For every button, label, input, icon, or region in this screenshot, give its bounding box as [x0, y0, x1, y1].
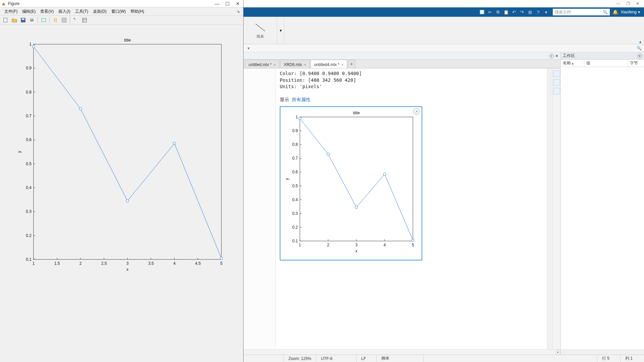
status-bar: Zoom: 125% UTF-8 LF 脚本 行 5 列 1 — [244, 355, 644, 362]
menu-window[interactable]: 窗口(W) — [109, 8, 128, 15]
main-plot: title0.10.20.30.40.50.60.70.80.9111.522.… — [13, 35, 228, 276]
chevron-down-icon[interactable]: ▾ — [555, 350, 560, 355]
col-bytes[interactable]: 字节 — [628, 60, 644, 67]
main-titlebar: — ❐ ✕ — [244, 0, 644, 7]
status-zoom[interactable]: Zoom: 125% — [284, 355, 316, 362]
chevron-down-icon[interactable]: ▾ — [246, 45, 252, 51]
workspace-scrollbar[interactable] — [561, 349, 644, 355]
cut-icon[interactable]: ✂ — [486, 8, 494, 16]
save-icon[interactable] — [478, 8, 486, 16]
paste-icon[interactable]: 📋 — [502, 8, 510, 16]
svg-point-59 — [32, 45, 35, 48]
pane-menu-icon[interactable]: ▾ — [637, 54, 642, 58]
matlab-icon — [1, 1, 6, 6]
workspace-body[interactable] — [561, 67, 644, 349]
user-menu[interactable]: Xiaofeng▾ — [621, 10, 640, 14]
menu-edit[interactable]: 编辑(E) — [20, 8, 38, 15]
open-icon[interactable] — [11, 16, 18, 24]
svg-rect-11 — [62, 18, 66, 22]
restore-icon[interactable]: ❐ — [626, 1, 630, 6]
svg-text:0.5: 0.5 — [292, 183, 298, 188]
new-figure-icon[interactable] — [2, 16, 9, 24]
search-icon[interactable]: 🔍 — [636, 45, 642, 51]
insert-legend-icon[interactable] — [60, 16, 68, 24]
search-input[interactable]: 搜索文档🔍 — [553, 9, 610, 15]
svg-text:title: title — [124, 38, 131, 43]
figure-canvas: title0.10.20.30.40.50.60.70.80.9111.522.… — [0, 25, 243, 362]
line-icon[interactable] — [254, 22, 267, 33]
help-icon[interactable]: ? — [535, 8, 542, 16]
undo-icon[interactable]: ↶ — [511, 8, 518, 16]
pane-close-icon[interactable]: ✕ — [555, 54, 558, 58]
switch-windows-icon[interactable]: ⊞ — [527, 8, 534, 16]
svg-text:x: x — [126, 267, 128, 272]
close-icon[interactable]: × — [304, 63, 306, 67]
svg-text:0.1: 0.1 — [292, 239, 298, 243]
maximize-icon[interactable]: ☐ — [225, 1, 230, 6]
output-view-buttons — [552, 68, 560, 349]
notifications-icon[interactable]: 🔔 — [612, 9, 618, 15]
close-icon[interactable]: × — [274, 63, 276, 67]
menubar-chevron-icon[interactable]: ↘ — [235, 9, 241, 14]
editor-gutter — [244, 68, 276, 349]
svg-rect-10 — [56, 18, 57, 22]
toolstrip-group-label: 线条 — [257, 34, 264, 39]
editor-body: Color: [0.9400 0.9400 0.9400] Position: … — [244, 68, 560, 349]
link-icon[interactable] — [40, 16, 47, 24]
tab-xrd6[interactable]: XRD6.mlx× — [280, 60, 310, 68]
minimize-icon[interactable]: — — [215, 1, 219, 6]
status-type: 脚本 — [377, 355, 424, 362]
redo-icon[interactable]: ↷ — [519, 8, 526, 16]
output-inline-icon[interactable] — [553, 70, 560, 77]
open-property-inspector-icon[interactable] — [81, 16, 88, 24]
menu-view[interactable]: 查看(V) — [38, 8, 56, 15]
save-icon[interactable] — [19, 16, 27, 24]
output-hidden-icon[interactable] — [553, 88, 560, 95]
edit-plot-icon[interactable] — [72, 16, 79, 24]
status-eol: LF — [357, 355, 377, 362]
toolstrip-dropdown-icon[interactable]: ▾ — [277, 17, 284, 44]
print-icon[interactable] — [28, 16, 36, 24]
popout-icon[interactable]: ↗ — [413, 108, 420, 115]
insert-colorbar-icon[interactable] — [52, 16, 59, 24]
svg-text:0.8: 0.8 — [292, 142, 298, 147]
close-icon[interactable]: ✕ — [236, 1, 240, 6]
menu-tools[interactable]: 工具(T) — [73, 8, 91, 15]
minimize-icon[interactable]: — — [616, 1, 620, 6]
close-icon[interactable]: × — [341, 63, 343, 67]
copy-icon[interactable]: ⧉ — [494, 8, 502, 16]
svg-text:3.5: 3.5 — [148, 261, 154, 266]
tab-untitled[interactable]: untitled.mlx *× — [245, 60, 279, 68]
svg-point-105 — [412, 239, 414, 242]
embedded-figure[interactable]: ↗ title0.10.20.30.40.50.60.70.80.9112345… — [280, 106, 422, 260]
status-encoding: UTF-8 — [316, 355, 357, 362]
new-tab-button[interactable]: ＋ — [348, 60, 355, 68]
center-area: ▾ ✕ untitled.mlx *× XRD6.mlx× untitled4.… — [244, 52, 644, 355]
editor-scrollbar[interactable] — [547, 68, 552, 349]
close-icon[interactable]: ✕ — [636, 1, 639, 6]
output-right-icon[interactable] — [553, 79, 560, 86]
svg-text:0.2: 0.2 — [26, 233, 32, 238]
svg-text:0.1: 0.1 — [26, 257, 32, 262]
svg-text:0.5: 0.5 — [26, 162, 32, 166]
chevron-down-icon[interactable]: ▾ — [543, 8, 550, 16]
menu-desktop[interactable]: 桌面(D) — [91, 8, 109, 15]
svg-point-104 — [383, 173, 386, 175]
all-properties-link[interactable]: 所有属性 — [292, 97, 311, 102]
svg-text:5: 5 — [220, 261, 223, 266]
menu-insert[interactable]: 插入(I) — [56, 8, 72, 15]
svg-rect-18 — [34, 44, 221, 259]
col-value[interactable]: 值 — [584, 60, 628, 67]
menu-file[interactable]: 文件(F) — [2, 8, 20, 15]
editor-content[interactable]: Color: [0.9400 0.9400 0.9400] Position: … — [276, 68, 547, 349]
svg-text:0.8: 0.8 — [26, 90, 32, 95]
matlab-main-window: — ❐ ✕ ✂ ⧉ 📋 ↶ ↷ ⊞ ? ▾ 搜索文档🔍 🔔 Xiaofeng▾ … — [244, 0, 644, 362]
tab-untitled4[interactable]: untitled4.mlx *× — [311, 60, 347, 68]
svg-text:0.6: 0.6 — [292, 170, 298, 174]
menu-help[interactable]: 帮助(H) — [128, 8, 147, 15]
svg-text:3: 3 — [355, 243, 358, 247]
svg-text:2.5: 2.5 — [101, 261, 107, 266]
col-name[interactable]: 名称▴ — [561, 60, 584, 67]
pane-menu-icon[interactable]: ▾ — [549, 54, 554, 58]
toolstrip-collapse-icon[interactable]: ▴ — [637, 39, 643, 44]
